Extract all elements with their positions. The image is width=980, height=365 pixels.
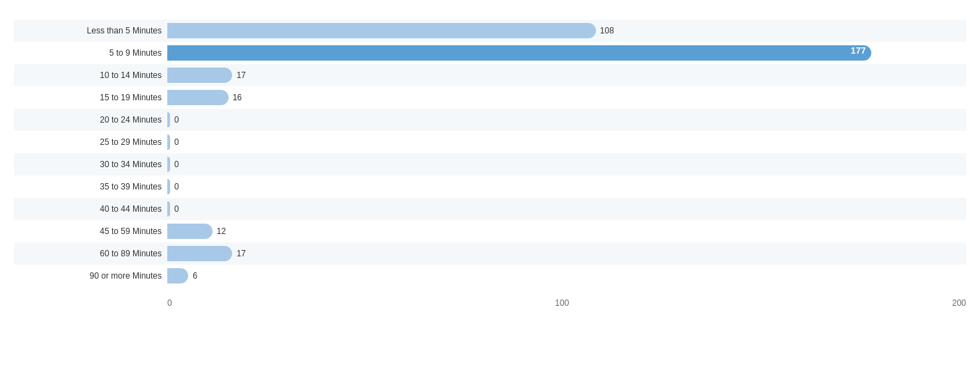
bar-value-label: 17 — [236, 70, 245, 80]
bar-track: 16 — [167, 90, 966, 105]
bar-track: 6 — [167, 268, 966, 284]
bar-label: 40 to 44 Minutes — [14, 204, 167, 214]
bar-label: 45 to 59 Minutes — [14, 226, 167, 236]
bar-label: 10 to 14 Minutes — [14, 70, 167, 80]
bar-label: 5 to 9 Minutes — [14, 48, 167, 58]
bar-row: 20 to 24 Minutes0 — [14, 109, 966, 131]
bar-track: 108 — [167, 23, 966, 38]
bar-fill — [167, 157, 170, 172]
bar-fill — [167, 201, 170, 217]
bar-row: 15 to 19 Minutes16 — [14, 86, 966, 109]
bar-fill — [167, 268, 188, 284]
bar-fill — [167, 246, 232, 261]
bar-track: 177 — [167, 45, 966, 61]
bar-value-label: 0 — [174, 204, 179, 214]
x-axis-label: 100 — [555, 298, 569, 308]
bar-row: 90 or more Minutes6 — [14, 265, 966, 287]
bar-fill — [167, 23, 596, 38]
bar-row: 35 to 39 Minutes0 — [14, 176, 966, 198]
x-axis: 0100200 — [167, 298, 966, 308]
bar-row: 30 to 34 Minutes0 — [14, 153, 966, 176]
bar-row: 45 to 59 Minutes12 — [14, 220, 966, 242]
bar-label: 30 to 34 Minutes — [14, 160, 167, 169]
bar-fill: 177 — [167, 45, 871, 61]
bar-label: 20 to 24 Minutes — [14, 115, 167, 125]
bar-value-label: 0 — [174, 182, 179, 192]
bar-track: 12 — [167, 224, 966, 239]
bar-value-label: 0 — [174, 137, 179, 147]
bar-track: 0 — [167, 179, 966, 194]
chart-area: Less than 5 Minutes1085 to 9 Minutes1771… — [14, 20, 966, 308]
bar-row: 10 to 14 Minutes17 — [14, 64, 966, 86]
bar-fill — [167, 68, 232, 83]
x-axis-label: 0 — [167, 298, 172, 308]
bar-value-label: 108 — [600, 26, 614, 36]
bar-track: 0 — [167, 201, 966, 217]
bar-fill — [167, 179, 170, 194]
bar-track: 0 — [167, 157, 966, 172]
chart-container: Less than 5 Minutes1085 to 9 Minutes1771… — [0, 0, 980, 365]
bar-label: 60 to 89 Minutes — [14, 249, 167, 258]
bar-row: 5 to 9 Minutes177 — [14, 42, 966, 64]
bar-value-label: 177 — [851, 45, 866, 56]
bar-label: 15 to 19 Minutes — [14, 93, 167, 102]
bar-fill — [167, 112, 170, 127]
bar-track: 17 — [167, 246, 966, 261]
bar-value-label: 0 — [174, 115, 179, 125]
bar-value-label: 17 — [236, 249, 245, 258]
bar-track: 17 — [167, 68, 966, 83]
bar-fill — [167, 134, 170, 150]
bar-row: Less than 5 Minutes108 — [14, 20, 966, 42]
bars-wrapper: Less than 5 Minutes1085 to 9 Minutes1771… — [14, 20, 966, 287]
bar-row: 40 to 44 Minutes0 — [14, 198, 966, 220]
bar-value-label: 6 — [192, 271, 197, 281]
bar-label: Less than 5 Minutes — [14, 26, 167, 36]
bar-value-label: 12 — [217, 226, 226, 236]
bar-label: 25 to 29 Minutes — [14, 137, 167, 147]
bar-fill — [167, 90, 229, 105]
bar-fill — [167, 224, 213, 239]
bar-row: 25 to 29 Minutes0 — [14, 131, 966, 153]
bar-label: 90 or more Minutes — [14, 271, 167, 281]
bar-row: 60 to 89 Minutes17 — [14, 242, 966, 265]
bar-track: 0 — [167, 112, 966, 127]
bar-track: 0 — [167, 134, 966, 150]
bar-value-label: 0 — [174, 160, 179, 169]
bar-value-label: 16 — [233, 93, 242, 102]
x-axis-label: 200 — [952, 298, 966, 308]
bar-label: 35 to 39 Minutes — [14, 182, 167, 192]
